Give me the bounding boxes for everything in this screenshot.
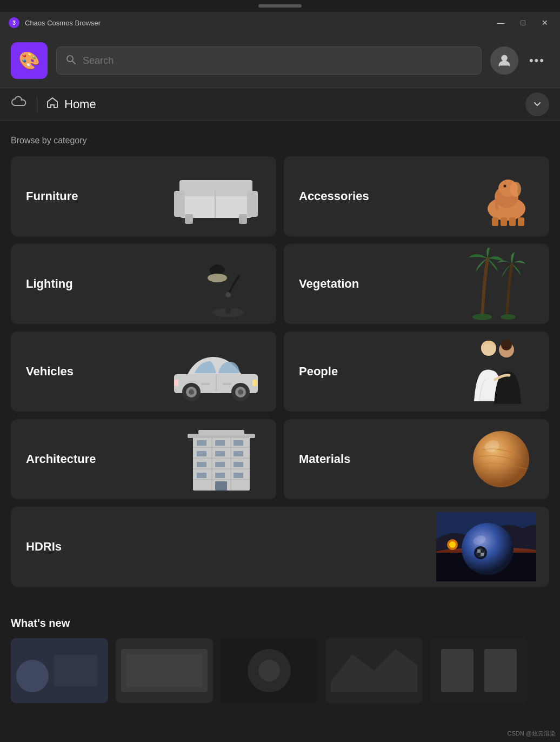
people-image (461, 332, 536, 412)
user-icon (497, 53, 512, 68)
maximize-button[interactable]: □ (518, 17, 529, 28)
category-card-accessories[interactable]: Accessories (284, 156, 549, 236)
category-label-architecture: Architecture (26, 452, 96, 466)
svg-point-62 (473, 431, 529, 487)
home-icon (46, 96, 59, 112)
lighting-svg (188, 249, 263, 319)
svg-rect-32 (252, 380, 257, 386)
whats-new-row (11, 638, 549, 703)
hdris-svg (436, 512, 536, 581)
nav-divider (37, 96, 37, 112)
svg-point-28 (189, 389, 194, 395)
search-bar[interactable] (56, 47, 482, 75)
category-label-materials: Materials (299, 452, 350, 466)
scroll-indicator (258, 4, 302, 8)
category-card-vegetation[interactable]: Vegetation (284, 244, 549, 324)
vegetation-svg (455, 248, 536, 321)
more-options-button[interactable]: ••• (525, 51, 549, 70)
header-right: ••• (490, 47, 549, 75)
svg-rect-20 (225, 295, 231, 314)
svg-point-66 (462, 523, 514, 575)
minimize-button[interactable]: — (494, 17, 508, 28)
svg-rect-9 (215, 191, 216, 218)
svg-rect-57 (215, 473, 225, 478)
svg-rect-6 (247, 191, 258, 217)
logo-icon: 🎨 (18, 50, 40, 71)
category-card-hdris[interactable]: HDRIs (11, 507, 549, 587)
browse-section-label: Browse by category (11, 136, 549, 145)
watermark: CSDN @炫云渲染 (508, 730, 556, 738)
user-avatar-button[interactable] (490, 47, 518, 75)
svg-rect-55 (234, 462, 243, 467)
category-card-people[interactable]: People (284, 332, 549, 412)
svg-point-13 (510, 182, 521, 197)
svg-rect-61 (198, 430, 244, 435)
lighting-image (188, 244, 263, 324)
accessories-image (471, 156, 536, 236)
scroll-tab (0, 0, 560, 12)
svg-rect-58 (234, 473, 243, 478)
nav-title: Home (64, 97, 525, 111)
app-title: Chaos Cosmos Browser (25, 19, 101, 27)
svg-point-23 (472, 314, 492, 320)
svg-point-2 (502, 56, 506, 61)
category-label-lighting: Lighting (26, 277, 73, 291)
svg-rect-5 (174, 191, 185, 217)
svg-rect-7 (185, 214, 193, 224)
whats-new-label: What's new (11, 617, 549, 630)
svg-rect-49 (234, 440, 243, 446)
svg-point-14 (504, 184, 506, 187)
svg-rect-18 (518, 217, 524, 226)
new-card-5[interactable] (430, 638, 528, 703)
whats-new-section: What's new (0, 617, 560, 714)
svg-rect-36 (223, 383, 231, 385)
svg-rect-17 (509, 217, 516, 226)
svg-rect-52 (234, 451, 243, 456)
svg-rect-83 (441, 649, 474, 692)
top-header: 🎨 ••• (0, 34, 560, 88)
search-icon (65, 54, 76, 68)
app-icon: 3 (9, 17, 19, 28)
new-card-4[interactable] (325, 638, 423, 703)
svg-rect-74 (54, 654, 97, 687)
category-label-vehicles: Vehicles (26, 365, 74, 379)
new-card-1[interactable] (11, 638, 108, 703)
category-card-lighting[interactable]: Lighting (11, 244, 276, 324)
svg-rect-77 (126, 654, 202, 687)
svg-rect-53 (197, 462, 206, 467)
category-card-architecture[interactable]: Architecture (11, 419, 276, 499)
category-card-vehicles[interactable]: Vehicles (11, 332, 276, 412)
accessories-svg (471, 165, 536, 228)
svg-rect-33 (174, 380, 178, 386)
people-svg (461, 336, 536, 407)
svg-point-31 (238, 389, 243, 395)
furniture-image (169, 156, 263, 236)
svg-point-73 (16, 660, 49, 692)
search-input[interactable] (83, 55, 472, 67)
category-label-people: People (299, 365, 338, 379)
category-grid: Furniture Accessories (11, 156, 549, 587)
nav-chevron-button[interactable] (525, 92, 549, 116)
architecture-svg (179, 426, 263, 493)
new-card-2[interactable] (116, 638, 213, 703)
category-card-furniture[interactable]: Furniture (11, 156, 276, 236)
svg-rect-54 (215, 462, 225, 467)
architecture-image (179, 419, 263, 499)
materials-image (466, 419, 536, 499)
svg-point-39 (501, 340, 512, 350)
svg-rect-47 (197, 440, 206, 446)
titlebar-controls: — □ ✕ (494, 17, 551, 28)
svg-rect-35 (201, 383, 210, 385)
svg-rect-84 (484, 649, 517, 692)
nav-bar: Home (0, 88, 560, 121)
svg-rect-59 (215, 481, 227, 491)
new-card-3[interactable] (221, 638, 318, 703)
category-label-furniture: Furniture (26, 189, 78, 203)
svg-point-80 (258, 660, 280, 681)
vegetation-image (455, 244, 536, 324)
category-label-hdris: HDRIs (26, 540, 62, 554)
svg-rect-16 (501, 217, 507, 226)
category-card-materials[interactable]: Materials (284, 419, 549, 499)
close-button[interactable]: ✕ (538, 17, 551, 28)
main-content: Browse by category Furniture Acces (0, 121, 560, 617)
